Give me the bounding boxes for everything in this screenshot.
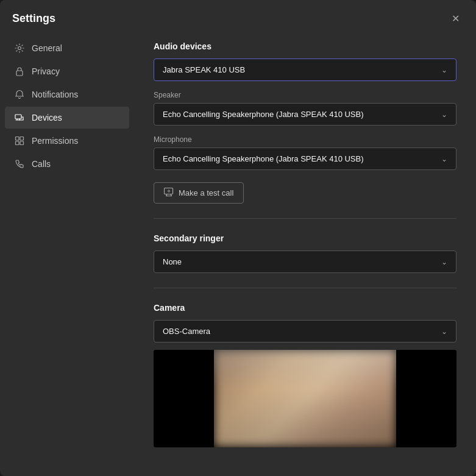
- lock-icon: [15, 66, 24, 76]
- chevron-down-icon: ⌄: [441, 66, 447, 74]
- sidebar-label-privacy: Privacy: [32, 66, 60, 76]
- main-panel: Audio devices Jabra SPEAK 410 USB ⌄ Spea…: [134, 32, 476, 476]
- svg-rect-5: [16, 141, 20, 145]
- secondary-ringer-title: Secondary ringer: [154, 233, 456, 243]
- speaker-section: Speaker Echo Cancelling Speakerphone (Ja…: [154, 91, 456, 126]
- chevron-down-icon: ⌄: [441, 327, 447, 336]
- speaker-dropdown[interactable]: Echo Cancelling Speakerphone (Jabra SPEA…: [154, 103, 456, 126]
- sidebar-item-calls[interactable]: Calls: [5, 153, 129, 175]
- content-area: General Privacy Notifi: [0, 32, 476, 476]
- camera-left-black: [154, 350, 214, 447]
- speaker-label: Speaker: [154, 91, 456, 99]
- svg-rect-2: [15, 115, 21, 119]
- phone-icon: [15, 159, 24, 169]
- sidebar-label-general: General: [32, 43, 62, 53]
- bell-icon: [15, 90, 24, 99]
- sidebar: General Privacy Notifi: [0, 32, 134, 476]
- test-call-button[interactable]: Make a test call: [154, 182, 244, 204]
- svg-rect-4: [20, 137, 24, 141]
- sidebar-label-notifications: Notifications: [32, 90, 78, 99]
- sidebar-item-permissions[interactable]: Permissions: [5, 130, 129, 152]
- secondary-ringer-selected: None: [163, 257, 182, 266]
- chevron-down-icon: ⌄: [441, 258, 447, 266]
- divider-2: [154, 288, 456, 288]
- speaker-selected: Echo Cancelling Speakerphone (Jabra SPEA…: [163, 110, 364, 119]
- grid-icon: [15, 136, 24, 146]
- microphone-selected: Echo Cancelling Speakerphone (Jabra SPEA…: [163, 154, 364, 163]
- sidebar-label-calls: Calls: [32, 159, 51, 169]
- camera-right-black: [396, 350, 456, 447]
- test-call-icon: [164, 188, 174, 198]
- divider-1: [154, 218, 456, 219]
- camera-preview-inner: [214, 350, 396, 447]
- settings-window: Settings ✕ General: [0, 0, 476, 476]
- audio-devices-selected: Jabra SPEAK 410 USB: [163, 65, 245, 74]
- gear-icon: [15, 43, 24, 53]
- audio-devices-title: Audio devices: [154, 41, 456, 51]
- audio-devices-section: Audio devices Jabra SPEAK 410 USB ⌄: [154, 41, 456, 81]
- svg-rect-7: [165, 188, 173, 194]
- secondary-ringer-section: Secondary ringer None ⌄: [154, 233, 456, 273]
- secondary-ringer-dropdown[interactable]: None ⌄: [154, 250, 456, 273]
- camera-section: Camera OBS-Camera ⌄: [154, 303, 456, 447]
- sidebar-item-devices[interactable]: Devices: [5, 107, 129, 129]
- sidebar-label-devices: Devices: [32, 113, 62, 123]
- title-bar: Settings ✕: [0, 0, 476, 32]
- chevron-down-icon: ⌄: [441, 155, 447, 163]
- svg-point-0: [18, 47, 21, 50]
- camera-title: Camera: [154, 303, 456, 313]
- camera-selected: OBS-Camera: [163, 327, 210, 336]
- svg-rect-6: [20, 141, 24, 145]
- window-title: Settings: [12, 12, 55, 25]
- camera-preview: [154, 350, 456, 447]
- audio-devices-dropdown[interactable]: Jabra SPEAK 410 USB ⌄: [154, 59, 456, 81]
- camera-dropdown[interactable]: OBS-Camera ⌄: [154, 320, 456, 343]
- sidebar-item-notifications[interactable]: Notifications: [5, 83, 129, 105]
- devices-icon: [15, 113, 24, 123]
- sidebar-label-permissions: Permissions: [32, 136, 78, 146]
- svg-rect-3: [16, 137, 20, 141]
- svg-point-8: [168, 190, 170, 192]
- test-call-label: Make a test call: [179, 188, 233, 197]
- svg-rect-1: [16, 71, 23, 76]
- microphone-label: Microphone: [154, 135, 456, 144]
- chevron-down-icon: ⌄: [441, 110, 447, 119]
- close-button[interactable]: ✕: [447, 10, 464, 27]
- sidebar-item-privacy[interactable]: Privacy: [5, 60, 129, 82]
- microphone-section: Microphone Echo Cancelling Speakerphone …: [154, 135, 456, 170]
- sidebar-item-general[interactable]: General: [5, 37, 129, 59]
- microphone-dropdown[interactable]: Echo Cancelling Speakerphone (Jabra SPEA…: [154, 147, 456, 170]
